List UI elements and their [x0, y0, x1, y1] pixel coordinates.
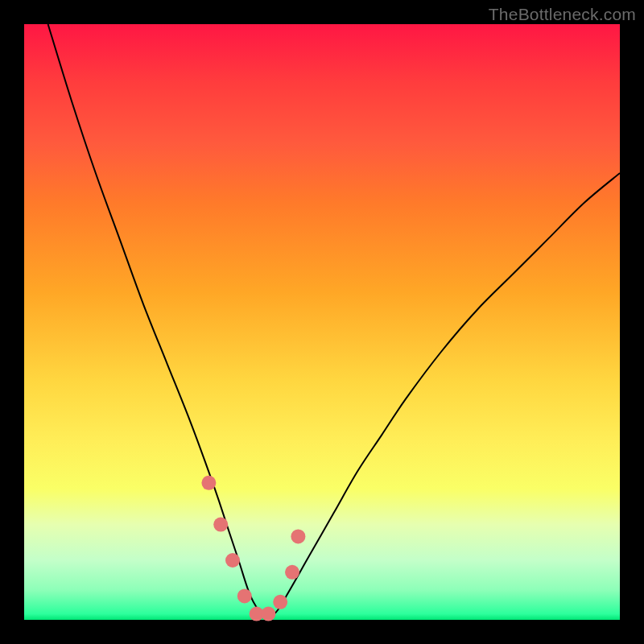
watermark-label: TheBottleneck.com — [489, 5, 636, 24]
curve-layer — [24, 24, 620, 620]
highlight-marker — [213, 518, 228, 532]
chart-frame: TheBottleneck.com — [0, 0, 644, 644]
highlight-marker — [291, 529, 305, 543]
plot-area — [24, 24, 620, 620]
highlight-marker — [273, 595, 287, 609]
bottleneck-curve — [48, 24, 620, 616]
highlight-marker — [261, 607, 275, 621]
highlight-marker — [225, 553, 240, 568]
highlight-marker — [201, 476, 216, 490]
highlight-marker — [237, 588, 252, 603]
highlight-marker — [285, 565, 299, 580]
